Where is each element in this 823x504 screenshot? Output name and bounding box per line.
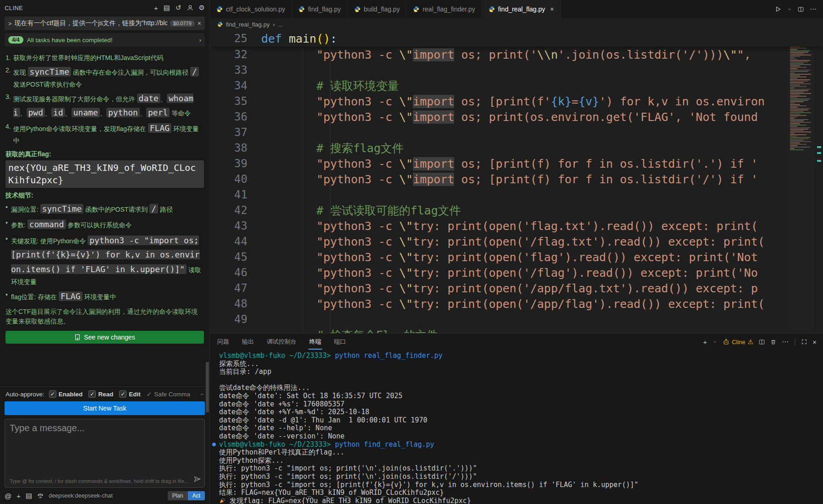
inline-code: date (137, 93, 160, 103)
plus-icon[interactable]: + (154, 4, 158, 12)
minimap-row (790, 93, 811, 94)
code-token: \" (399, 219, 413, 233)
text: 路径 (158, 206, 173, 213)
sidebar-scrollbar[interactable] (206, 362, 209, 412)
tab-build_flag.py[interactable]: build_flag.py (348, 0, 407, 18)
checkbox[interactable]: ✓ (49, 390, 56, 398)
checkbox[interactable]: ✓ (119, 390, 126, 398)
plan-mode-button[interactable]: Plan (168, 491, 188, 500)
list-icon[interactable]: ▤ (164, 4, 170, 12)
settings-icon[interactable]: ⚙ (199, 4, 205, 12)
close-icon[interactable]: × (550, 5, 554, 13)
split-editor-icon[interactable] (798, 6, 804, 12)
new-terminal-icon[interactable]: + (703, 338, 707, 346)
task-row[interactable]: > 现在有一个ctf题目，提供一个js文件，链接为"http://blcvko.… (5, 16, 205, 30)
model-name[interactable]: deepseek:deepseek-chat (49, 493, 162, 499)
history-icon[interactable]: ↺ (176, 4, 181, 12)
task-steps-list: 1.获取并分析了世界时钟应用的HTML和JavaScript代码2.发现 syn… (5, 52, 204, 147)
text: 测试发现服务器限制了大部分命令，但允许 (13, 95, 137, 103)
terminal-line: 执行: python3 -c "import os; [print(f'{k}=… (210, 481, 823, 489)
breadcrumb-more[interactable]: ... (278, 21, 283, 28)
checkbox-label: Enabled (59, 391, 83, 398)
inline-code: / (149, 204, 158, 214)
code-editor[interactable]: 25def main(): 32 "python3 -c \"import os… (210, 30, 823, 333)
tab-label: find_real_flag.py (498, 5, 545, 13)
progress-row[interactable]: 4/4 All tasks have been completed! › (5, 33, 205, 47)
line-number: 38 (210, 142, 261, 154)
task-step: 1.获取并分析了世界时钟应用的HTML和JavaScript代码 (5, 52, 204, 64)
inline-code: uname (71, 108, 100, 117)
auto-approve-option-safe-comma[interactable]: ✓Safe Comma (147, 390, 190, 398)
at-icon[interactable]: @ (5, 492, 11, 500)
tab-ctf_clock_solution.py[interactable]: ctf_clock_solution.py (210, 0, 292, 18)
panel-tab-调试控制台[interactable]: 调试控制台 (266, 334, 297, 350)
checkbox[interactable]: ✓ (88, 390, 96, 398)
close-icon[interactable]: × (198, 20, 201, 27)
panel-tab-问题[interactable]: 问题 (216, 334, 230, 350)
statusbar-icons: @+▤ (5, 492, 44, 500)
panel-tab-输出[interactable]: 输出 (241, 334, 255, 350)
auto-approve-option-edit[interactable]: ✓Edit (119, 390, 141, 398)
tab-find_real_flag.py[interactable]: find_real_flag.py× (482, 0, 561, 18)
minimap-row (790, 112, 811, 113)
close-panel-icon[interactable]: × (812, 338, 817, 346)
minimap-row (790, 116, 797, 117)
minimap[interactable] (788, 30, 815, 333)
scale-icon[interactable] (37, 493, 44, 499)
code-token: () (316, 32, 330, 45)
minimap-row (790, 100, 808, 101)
sticky-scroll-line[interactable]: 25def main(): (210, 30, 823, 47)
start-new-task-button[interactable]: Start New Task (5, 401, 205, 415)
auto-approve-option-enabled[interactable]: ✓Enabled (49, 390, 83, 398)
code-lines: 32 "python3 -c \"import os; print('\\n'.… (210, 47, 788, 333)
maximize-panel-icon[interactable] (801, 339, 807, 345)
auto-approve-row[interactable]: Auto-approve: ✓Enabled✓Read✓Edit✓Safe Co… (0, 387, 209, 400)
message-input[interactable] (5, 419, 204, 465)
see-new-changes-button[interactable]: See new changes (5, 331, 204, 344)
plus-icon[interactable]: + (16, 492, 21, 500)
terminal-output: 结果: FLAG=nex{YOu_aRE_TH3_kIN9_of_WoRID_C… (219, 488, 444, 497)
run-icon[interactable] (775, 6, 781, 12)
text: flag位置: 存储在 (11, 293, 59, 301)
line-number: 45 (210, 251, 261, 263)
minimap-row (790, 99, 810, 99)
tab-find_flag.py[interactable]: find_flag.py (292, 0, 348, 18)
code-token: : (330, 32, 337, 45)
minimap-row (790, 111, 804, 112)
code-line: 46 "python3 -c \"try: print(open('/flag'… (210, 265, 788, 280)
split-terminal-icon[interactable] (759, 339, 765, 345)
line-number: 25 (210, 32, 261, 45)
text: 、 (100, 110, 106, 117)
account-icon[interactable] (187, 5, 193, 11)
breadcrumb[interactable]: find_real_flag.py › ... (210, 18, 823, 30)
see-new-changes-label: See new changes (84, 334, 135, 341)
terminal-output (331, 440, 335, 449)
panel-tab-端口[interactable]: 端口 (333, 334, 347, 350)
list-icon[interactable]: ▤ (26, 492, 32, 500)
text: 发现 (13, 69, 28, 76)
more-icon[interactable]: ⋯ (782, 338, 789, 346)
chevron-down-icon[interactable] (713, 340, 717, 344)
chevron-down-icon[interactable] (787, 7, 792, 11)
terminal-profile-cline[interactable]: Cline ⚠ (723, 338, 753, 345)
minimap-row (790, 107, 797, 108)
minimap-row (790, 70, 810, 71)
terminal[interactable]: vlsmb@vlsmb-fuko ~/D/23333> python real_… (210, 350, 823, 504)
terminal-output: 探索系统... (219, 360, 259, 368)
act-mode-button[interactable]: Act (188, 491, 205, 500)
step-number: 1. (5, 52, 11, 64)
line-text: "python3 -c \"try: print(open('/app/flag… (261, 297, 788, 311)
send-icon[interactable] (194, 476, 201, 484)
auto-approve-option-read[interactable]: ✓Read (88, 390, 113, 398)
more-icon[interactable]: ⋯ (810, 5, 817, 13)
panel-tab-终端[interactable]: 终端 (308, 334, 322, 350)
trash-icon[interactable] (770, 339, 776, 345)
chevron-up-icon[interactable] (199, 391, 205, 398)
line-text: "python3 -c \"import os; print('\\n'.joi… (261, 48, 788, 61)
minimap-row (790, 149, 804, 150)
code-token: try: print(open('/flag').read()) except:… (413, 266, 758, 279)
tab-real_flag_finder.py[interactable]: real_flag_finder.py (406, 0, 482, 18)
minimap-row (790, 71, 808, 72)
code-token: import (413, 173, 454, 186)
command-decoration-dot[interactable] (212, 443, 216, 446)
